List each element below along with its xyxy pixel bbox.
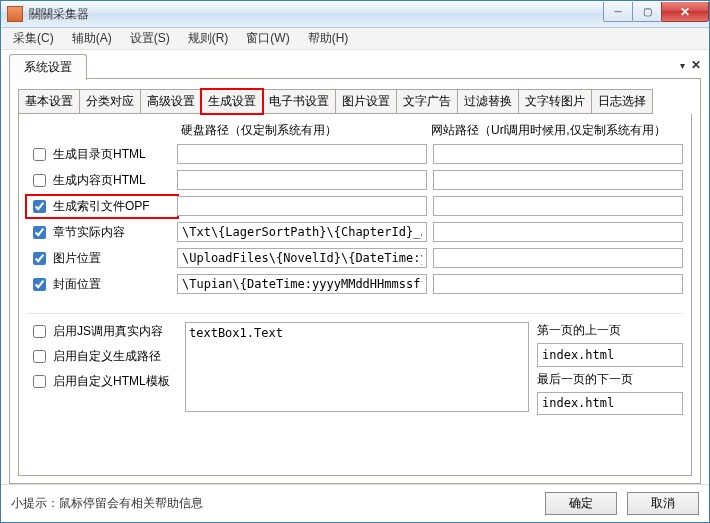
col-disk-path: 硬盘路径（仅定制系统有用） (177, 122, 423, 139)
menu-rules[interactable]: 规则(R) (180, 28, 237, 49)
label-last-next: 最后一页的下一页 (537, 371, 683, 388)
input-img-loc-site[interactable] (433, 248, 683, 268)
col-site-path: 网站路径（Url调用时候用,仅定制系统有用） (423, 122, 683, 139)
menu-window[interactable]: 窗口(W) (238, 28, 297, 49)
input-gen-content-disk[interactable] (177, 170, 427, 190)
row-gen-content: 生成内容页HTML (27, 169, 683, 191)
check-img-loc[interactable]: 图片位置 (27, 249, 177, 268)
generate-settings-body: 硬盘路径（仅定制系统有用） 网站路径（Url调用时候用,仅定制系统有用） 生成目… (18, 114, 692, 476)
row-gen-dir: 生成目录页HTML (27, 143, 683, 165)
input-cover-loc-site[interactable] (433, 274, 683, 294)
tabstrip-close-icon[interactable]: ✕ (691, 58, 701, 72)
check-chapter-real[interactable]: 章节实际内容 (27, 223, 177, 242)
row-chapter-real: 章节实际内容 (27, 221, 683, 243)
checkbox-img-loc[interactable] (33, 252, 46, 265)
input-last-next[interactable] (537, 392, 683, 416)
tab-classify[interactable]: 分类对应 (79, 89, 141, 114)
tab-filter[interactable]: 过滤替换 (457, 89, 519, 114)
titlebar[interactable]: 關關采集器 ─ ▢ ✕ (1, 1, 709, 28)
menubar: 采集(C) 辅助(A) 设置(S) 规则(R) 窗口(W) 帮助(H) (1, 28, 709, 50)
input-chapter-real-site[interactable] (433, 222, 683, 242)
textarea-template[interactable] (185, 322, 529, 412)
tab-image[interactable]: 图片设置 (335, 89, 397, 114)
checkbox-chapter-real[interactable] (33, 226, 46, 239)
label-gen-dir: 生成目录页HTML (53, 146, 146, 163)
menu-assist[interactable]: 辅助(A) (64, 28, 120, 49)
menu-collect[interactable]: 采集(C) (5, 28, 62, 49)
doc-tabstrip: 系统设置 ▾ ✕ (9, 54, 701, 79)
label-chapter-real: 章节实际内容 (53, 224, 125, 241)
input-gen-index-opf-site[interactable] (433, 196, 683, 216)
col-blank (27, 122, 177, 139)
input-gen-dir-disk[interactable] (177, 144, 427, 164)
tab-logsel[interactable]: 日志选择 (591, 89, 653, 114)
check-gen-content[interactable]: 生成内容页HTML (27, 171, 177, 190)
input-cover-loc-disk[interactable] (177, 274, 427, 294)
maximize-button[interactable]: ▢ (632, 2, 662, 22)
input-chapter-real-disk[interactable] (177, 222, 427, 242)
window-title: 關關采集器 (29, 6, 603, 23)
app-window: 關關采集器 ─ ▢ ✕ 采集(C) 辅助(A) 设置(S) 规则(R) 窗口(W… (0, 0, 710, 523)
label-gen-index-opf: 生成索引文件OPF (53, 198, 150, 215)
divider (27, 313, 683, 314)
footer: 小提示：鼠标停留会有相关帮助信息 确定 取消 (1, 484, 709, 522)
menu-settings[interactable]: 设置(S) (122, 28, 178, 49)
tab-text2img[interactable]: 文字转图片 (518, 89, 592, 114)
label-enable-js: 启用JS调用真实内容 (53, 323, 163, 340)
row-cover-loc: 封面位置 (27, 273, 683, 295)
input-gen-dir-site[interactable] (433, 144, 683, 164)
tab-ebook[interactable]: 电子书设置 (262, 89, 336, 114)
settings-panel: 基本设置 分类对应 高级设置 生成设置 电子书设置 图片设置 文字广告 过滤替换… (9, 78, 701, 484)
check-enable-custom-tpl[interactable]: 启用自定义HTML模板 (27, 372, 177, 391)
checkbox-gen-dir[interactable] (33, 148, 46, 161)
label-cover-loc: 封面位置 (53, 276, 101, 293)
label-enable-custom-path: 启用自定义生成路径 (53, 348, 161, 365)
menu-help[interactable]: 帮助(H) (300, 28, 357, 49)
checkbox-cover-loc[interactable] (33, 278, 46, 291)
check-enable-custom-path[interactable]: 启用自定义生成路径 (27, 347, 177, 366)
input-gen-content-site[interactable] (433, 170, 683, 190)
tab-generate[interactable]: 生成设置 (201, 89, 263, 114)
tab-system-settings[interactable]: 系统设置 (9, 54, 87, 80)
label-enable-custom-tpl: 启用自定义HTML模板 (53, 373, 170, 390)
checkbox-gen-content[interactable] (33, 174, 46, 187)
app-icon (7, 6, 23, 22)
ok-button[interactable]: 确定 (545, 492, 617, 515)
check-enable-js[interactable]: 启用JS调用真实内容 (27, 322, 177, 341)
check-cover-loc[interactable]: 封面位置 (27, 275, 177, 294)
input-first-prev[interactable] (537, 343, 683, 367)
row-gen-index-opf: 生成索引文件OPF (27, 195, 683, 217)
checkbox-enable-custom-tpl[interactable] (33, 375, 46, 388)
content-area: 系统设置 ▾ ✕ 基本设置 分类对应 高级设置 生成设置 电子书设置 图片设置 … (1, 50, 709, 484)
close-button[interactable]: ✕ (661, 2, 709, 22)
check-gen-dir[interactable]: 生成目录页HTML (27, 145, 177, 164)
label-img-loc: 图片位置 (53, 250, 101, 267)
label-first-prev: 第一页的上一页 (537, 322, 683, 339)
tab-textad[interactable]: 文字广告 (396, 89, 458, 114)
tab-advanced[interactable]: 高级设置 (140, 89, 202, 114)
input-gen-index-opf-disk[interactable] (177, 196, 427, 216)
checkbox-enable-custom-path[interactable] (33, 350, 46, 363)
checkbox-gen-index-opf[interactable] (33, 200, 46, 213)
footer-hint: 小提示：鼠标停留会有相关帮助信息 (11, 495, 535, 512)
check-gen-index-opf[interactable]: 生成索引文件OPF (27, 196, 177, 217)
bottom-section: 启用JS调用真实内容 启用自定义生成路径 启用自定义HTML模板 (27, 322, 683, 415)
checkbox-enable-js[interactable] (33, 325, 46, 338)
input-img-loc-disk[interactable] (177, 248, 427, 268)
tab-basic[interactable]: 基本设置 (18, 89, 80, 114)
cancel-button[interactable]: 取消 (627, 492, 699, 515)
label-gen-content: 生成内容页HTML (53, 172, 146, 189)
tabstrip-dropdown-icon[interactable]: ▾ (680, 60, 685, 71)
row-img-loc: 图片位置 (27, 247, 683, 269)
inner-tabstrip: 基本设置 分类对应 高级设置 生成设置 电子书设置 图片设置 文字广告 过滤替换… (18, 89, 692, 114)
minimize-button[interactable]: ─ (603, 2, 633, 22)
